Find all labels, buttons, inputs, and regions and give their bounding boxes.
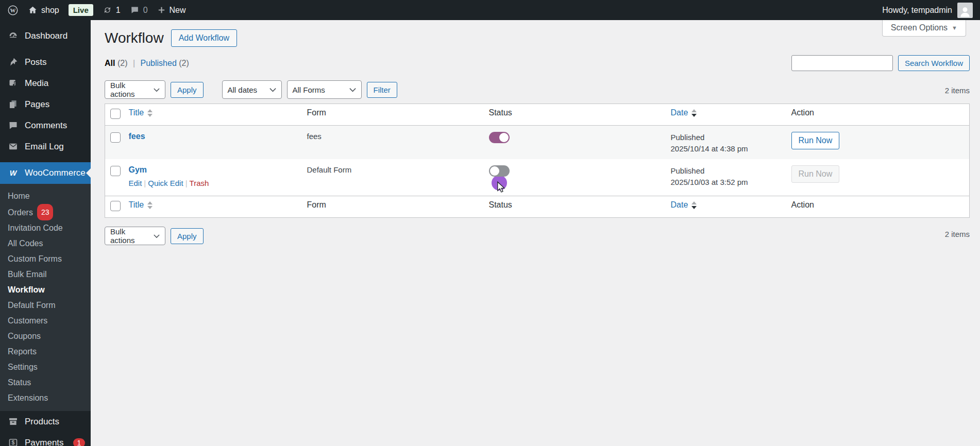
- sidebar-item-email-log[interactable]: Email Log: [0, 136, 91, 157]
- select-all-checkbox[interactable]: [110, 109, 121, 119]
- submenu-item-bulk-email[interactable]: Bulk Email: [0, 267, 91, 282]
- apply-button-bottom[interactable]: Apply: [171, 228, 204, 244]
- sidebar-item-posts[interactable]: Posts: [0, 52, 91, 73]
- payments-count-badge: 1: [73, 438, 86, 446]
- sort-arrows-icon: [147, 201, 153, 209]
- submenu-item-status[interactable]: Status: [0, 375, 91, 390]
- column-action: Action: [786, 104, 970, 126]
- column-form: Form: [302, 196, 484, 218]
- woocommerce-submenu: Home Orders23 Invitation Code All Codes …: [0, 184, 91, 411]
- live-badge: Live: [69, 4, 93, 16]
- row-checkbox[interactable]: [110, 166, 121, 176]
- svg-text:W: W: [10, 7, 16, 13]
- sidebar-item-woocommerce[interactable]: W WooCommerce: [0, 162, 91, 184]
- column-title-sort[interactable]: Title: [129, 108, 153, 117]
- quick-edit-link[interactable]: Quick Edit: [148, 179, 183, 187]
- current-menu-arrow: [86, 168, 91, 178]
- view-all-link[interactable]: All: [105, 59, 115, 67]
- search-input[interactable]: [791, 55, 893, 71]
- row-checkbox[interactable]: [110, 132, 121, 143]
- envelope-icon: [6, 141, 20, 152]
- all-forms-select[interactable]: All Forms: [287, 80, 362, 99]
- sidebar-item-products[interactable]: Products: [0, 411, 91, 432]
- run-now-button-disabled: Run Now: [791, 165, 840, 183]
- wordpress-logo-icon[interactable]: W: [7, 5, 19, 16]
- submenu-item-reports[interactable]: Reports: [0, 344, 91, 359]
- view-published-link[interactable]: Published: [141, 59, 177, 67]
- submenu-item-customers[interactable]: Customers: [0, 313, 91, 329]
- sidebar-label: Email Log: [25, 142, 64, 152]
- submenu-item-invitation-code[interactable]: Invitation Code: [0, 220, 91, 236]
- sidebar-item-payments[interactable]: $ Payments 1: [0, 432, 91, 446]
- submenu-item-orders[interactable]: Orders23: [0, 204, 91, 220]
- mouse-cursor-icon: [496, 181, 506, 194]
- bulk-actions-select-bottom[interactable]: Bulk actions: [105, 227, 165, 245]
- workflow-title-link[interactable]: Gym: [129, 165, 147, 174]
- chevron-down-icon: [154, 88, 160, 92]
- submenu-item-settings[interactable]: Settings: [0, 359, 91, 375]
- woocommerce-icon: W: [6, 167, 20, 179]
- comments-menu[interactable]: 0: [130, 5, 148, 15]
- sidebar-item-pages[interactable]: Pages: [0, 94, 91, 115]
- column-date-sort[interactable]: Date: [671, 200, 697, 210]
- sort-arrows-icon: [691, 109, 697, 117]
- sidebar-label: Comments: [25, 121, 67, 131]
- comment-icon: [130, 5, 140, 15]
- submenu-item-custom-forms[interactable]: Custom Forms: [0, 251, 91, 267]
- comment-bubble-icon: [6, 120, 20, 131]
- howdy-text[interactable]: Howdy, tempadmin: [882, 6, 952, 15]
- sidebar-item-media[interactable]: Media: [0, 73, 91, 94]
- workflow-table: Title Form Status Date Action fees fees: [105, 104, 970, 218]
- svg-text:W: W: [9, 169, 17, 177]
- table-row-gym: Gym Edit|Quick Edit|Trash Default Form: [105, 159, 970, 196]
- edit-link[interactable]: Edit: [129, 179, 142, 187]
- column-action: Action: [786, 196, 970, 218]
- column-date-sort[interactable]: Date: [671, 108, 697, 117]
- items-count-bottom: 2 items: [945, 230, 970, 243]
- bulk-actions-select[interactable]: Bulk actions: [105, 80, 165, 99]
- sidebar-label: Posts: [25, 57, 47, 67]
- all-dates-select[interactable]: All dates: [222, 80, 282, 99]
- comment-count: 0: [143, 6, 148, 15]
- filter-button[interactable]: Filter: [367, 82, 397, 98]
- updates-menu[interactable]: 1: [103, 5, 121, 15]
- sidebar-label: WooCommerce: [25, 168, 86, 178]
- select-all-checkbox[interactable]: [110, 201, 121, 211]
- sidebar-item-dashboard[interactable]: Dashboard: [0, 25, 91, 46]
- submenu-item-all-codes[interactable]: All Codes: [0, 236, 91, 251]
- publish-status: Published: [671, 165, 781, 177]
- submenu-item-home[interactable]: Home: [0, 188, 91, 204]
- trash-link[interactable]: Trash: [190, 179, 209, 187]
- publish-status: Published: [671, 132, 781, 143]
- column-title-sort[interactable]: Title: [129, 200, 153, 210]
- payments-dollar-icon: $: [6, 437, 20, 446]
- publish-date: 2025/10/14 at 4:38 pm: [671, 143, 781, 155]
- table-row-fees: fees fees Published 2025/10/14 at 4:38 p…: [105, 126, 970, 159]
- add-workflow-button[interactable]: Add Workflow: [171, 29, 237, 47]
- status-toggle-on[interactable]: [489, 132, 510, 143]
- orders-count-badge: 23: [37, 204, 54, 220]
- new-content-menu[interactable]: New: [157, 6, 186, 15]
- search-workflow-button[interactable]: Search Workflow: [898, 55, 970, 71]
- workflow-title-link[interactable]: fees: [129, 132, 145, 141]
- submenu-item-extensions[interactable]: Extensions: [0, 390, 91, 406]
- media-icon: [6, 78, 20, 89]
- user-avatar-icon: [958, 5, 972, 18]
- sidebar-item-comments[interactable]: Comments: [0, 115, 91, 136]
- site-menu[interactable]: shop: [28, 5, 59, 15]
- column-status: Status: [484, 104, 666, 126]
- column-form: Form: [302, 104, 484, 126]
- view-filters: All (2) | Published (2): [105, 59, 189, 68]
- run-now-button[interactable]: Run Now: [791, 132, 840, 149]
- sidebar-label: Dashboard: [25, 31, 67, 41]
- pushpin-icon: [6, 57, 20, 67]
- submenu-item-coupons[interactable]: Coupons: [0, 329, 91, 344]
- update-count: 1: [116, 6, 121, 15]
- submenu-item-default-form[interactable]: Default Form: [0, 298, 91, 313]
- items-count: 2 items: [945, 86, 970, 99]
- status-toggle-off[interactable]: [489, 165, 510, 177]
- submenu-item-workflow[interactable]: Workflow: [0, 282, 91, 298]
- apply-button[interactable]: Apply: [171, 82, 204, 98]
- page-title: Workflow: [105, 30, 164, 46]
- avatar[interactable]: [957, 3, 973, 18]
